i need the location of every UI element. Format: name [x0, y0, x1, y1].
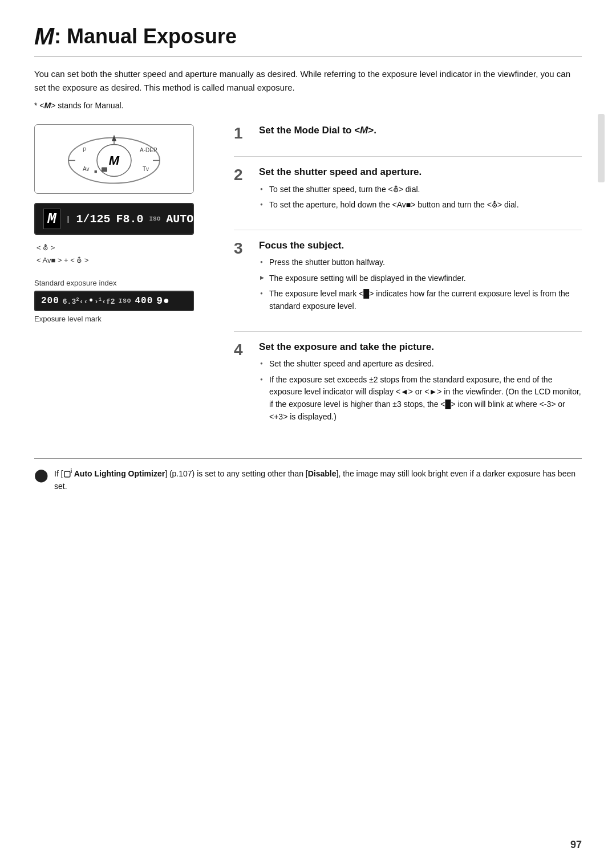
- step-4-content: Set the exposure and take the picture. S…: [259, 341, 582, 427]
- svg-text:A-DEP: A-DEP: [140, 147, 157, 153]
- dial-indicators: < ⛢ > < Av■ > + < ⛢ >: [34, 242, 217, 267]
- step-2-title: Set the shutter speed and aperture.: [259, 166, 582, 178]
- left-column: M P Av A-DEP Tv ■ M | 1/125 F8.0: [34, 124, 217, 323]
- step-3-bullet-1: Press the shutter button halfway.: [259, 256, 582, 269]
- svg-rect-11: [102, 168, 107, 172]
- step-4: 4 Set the exposure and take the picture.…: [234, 341, 582, 427]
- step-4-number: 4: [234, 342, 251, 358]
- title-rest: : Manual Exposure: [54, 25, 237, 48]
- title-m-letter: M: [34, 23, 54, 50]
- step-1-content: Set the Mode Dial to <M>.: [259, 124, 582, 141]
- svg-text:M: M: [109, 153, 120, 168]
- lcd-iso-label: ISO: [149, 215, 160, 222]
- step-4-bullet-1: Set the shutter speed and aperture as de…: [259, 358, 582, 370]
- step-4-title: Set the exposure and take the picture.: [259, 341, 582, 353]
- step-2-number: 2: [234, 167, 251, 183]
- step-1-title: Set the Mode Dial to <M>.: [259, 124, 582, 137]
- ev-num-200: 200: [41, 296, 59, 306]
- step-3-bullet-3: The exposure level mark <█> indicates ho…: [259, 288, 582, 312]
- lcd-display: M | 1/125 F8.0 ISO AUTO: [34, 203, 194, 235]
- svg-text:Tv: Tv: [143, 166, 149, 172]
- divider-2: [234, 230, 582, 230]
- step-2-bullets: To set the shutter speed, turn the <⛢> d…: [259, 184, 582, 211]
- lcd-aperture: F8.0: [116, 213, 143, 226]
- step-3: 3 Focus the subject. Press the shutter b…: [234, 239, 582, 316]
- step-4-bullet-2: If the exposure set exceeds ±2 stops fro…: [259, 374, 582, 423]
- note-box: ⬤ If [▢i Auto Lighting Optimizer] (p.107…: [34, 458, 582, 492]
- exposure-level-label: Exposure level mark: [34, 315, 217, 323]
- page-title: M: Manual Exposure: [34, 23, 582, 57]
- step-3-bullets: Press the shutter button halfway. The ex…: [259, 256, 582, 313]
- steps-container: 1 Set the Mode Dial to <M>. 2 Set the sh…: [234, 124, 582, 426]
- step-3-content: Focus the subject. Press the shutter but…: [259, 239, 582, 316]
- svg-text:■: ■: [94, 169, 97, 174]
- ev-num-400: 400: [135, 296, 153, 306]
- exposure-bar: 200 6.32‹‹•›1‹f2 ISO 400 9●: [34, 291, 194, 311]
- note-icon: ⬤: [34, 466, 48, 485]
- step-2: 2 Set the shutter speed and aperture. To…: [234, 166, 582, 214]
- lcd-shutter-speed: 1/125: [76, 213, 110, 226]
- right-column: 1 Set the Mode Dial to <M>. 2 Set the sh…: [234, 124, 582, 441]
- main-content: M P Av A-DEP Tv ■ M | 1/125 F8.0: [34, 124, 582, 441]
- divider-1: [234, 156, 582, 157]
- step-3-bullet-2: The exposure setting will be displayed i…: [259, 272, 582, 285]
- ev-scale: 6.32‹‹•›1‹f2: [63, 295, 115, 307]
- dial-line-2: < Av■ > + < ⛢ >: [37, 254, 217, 267]
- lcd-auto-label: AUTO: [166, 213, 193, 226]
- std-exposure-label: Standard exposure index: [34, 279, 217, 287]
- step-3-title: Focus the subject.: [259, 239, 582, 252]
- ev-mark: 9●: [156, 295, 170, 307]
- mode-dial-svg: M P Av A-DEP Tv ■: [51, 131, 177, 188]
- lcd-m-label: M: [43, 209, 60, 229]
- step-4-bullets: Set the shutter speed and aperture as de…: [259, 358, 582, 423]
- ev-iso-label: ISO: [119, 298, 132, 304]
- step-1-number: 1: [234, 125, 251, 141]
- step-2-content: Set the shutter speed and aperture. To s…: [259, 166, 582, 214]
- dial-line-1: < ⛢ >: [37, 242, 217, 254]
- scrollbar-decoration: [598, 114, 605, 182]
- divider-3: [234, 331, 582, 332]
- step-3-number: 3: [234, 241, 251, 256]
- note-text: If [▢i Auto Lighting Optimizer] (p.107) …: [54, 467, 582, 492]
- intro-paragraph: You can set both the shutter speed and a…: [34, 67, 582, 95]
- exposure-section: Standard exposure index 200 6.32‹‹•›1‹f2…: [34, 279, 217, 323]
- svg-text:Av: Av: [83, 166, 90, 172]
- step-2-bullet-1: To set the shutter speed, turn the <⛢> d…: [259, 184, 582, 196]
- mode-dial-diagram: M P Av A-DEP Tv ■: [34, 124, 194, 194]
- note-disable-label: Disable: [308, 469, 337, 478]
- page-number: 97: [570, 839, 582, 851]
- note-optimizer-label: ▢i Auto Lighting Optimizer: [63, 469, 165, 478]
- intro-note: * <M> stands for Manual.: [34, 99, 582, 112]
- svg-text:P: P: [83, 147, 87, 153]
- step-1: 1 Set the Mode Dial to <M>.: [234, 124, 582, 141]
- step-2-bullet-2: To set the aperture, hold down the <Av■>…: [259, 199, 582, 211]
